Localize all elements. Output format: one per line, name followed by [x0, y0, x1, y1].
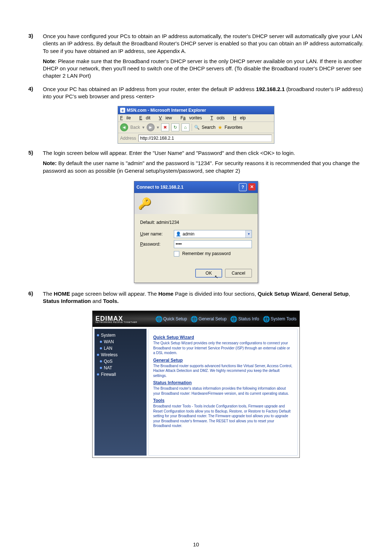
- bullet-icon: [100, 367, 102, 369]
- tools-text: Broadband router Tools - Tools include C…: [153, 404, 293, 428]
- status-info-heading[interactable]: Status Information: [153, 380, 293, 385]
- globe-icon: 🌐: [230, 316, 237, 323]
- username-label: User name:: [140, 231, 171, 237]
- bullet-icon: [100, 347, 102, 349]
- status-info-text: The Broadband router's status informatio…: [153, 386, 293, 396]
- step-4-text: Once your PC has obtained an IP address …: [43, 86, 364, 100]
- menu-tools[interactable]: Tools: [211, 115, 228, 120]
- tab-system-tools[interactable]: 🌐System Tools: [263, 316, 297, 323]
- tab-quick-setup[interactable]: 🌐Quick Setup: [155, 316, 187, 323]
- tools-heading[interactable]: Tools: [153, 398, 293, 403]
- cancel-button[interactable]: Cancel: [225, 269, 252, 278]
- step-3: 3) Once you have configured your PCs to …: [28, 33, 364, 83]
- ie-addressbar: Address http://192.168.2.1: [118, 133, 274, 143]
- realm-text: Default: admin/1234: [140, 220, 252, 225]
- bullet-icon: [97, 354, 99, 356]
- step-5-text: The login screen below will appear. Ente…: [43, 149, 364, 157]
- login-dialog-figure: Connect to 192.168.2.1 ? ✕ 🔑 Default: ad…: [28, 181, 364, 283]
- router-page: EDIMAX NETWORKING PEOPLE TOGETHER 🌐Quick…: [92, 311, 300, 458]
- chevron-down-icon[interactable]: ▾: [245, 230, 252, 238]
- bullet-icon: [97, 373, 99, 376]
- step-number: 3): [28, 33, 43, 83]
- tab-general-setup[interactable]: 🌐General Setup: [191, 316, 226, 323]
- router-tabs: 🌐Quick Setup 🌐General Setup 🌐Status Info…: [155, 316, 297, 323]
- general-setup-heading[interactable]: General Setup: [153, 358, 293, 363]
- back-icon[interactable]: ◄: [120, 123, 128, 131]
- globe-icon: 🌐: [263, 316, 270, 323]
- help-icon[interactable]: ?: [239, 183, 247, 191]
- dialog-titlebar: Connect to 192.168.2.1 ? ✕: [134, 181, 258, 193]
- remember-checkbox[interactable]: [174, 251, 179, 257]
- sidebar-item-qos[interactable]: QoS: [100, 358, 144, 365]
- stop-icon[interactable]: ✖: [161, 123, 169, 131]
- ie-menubar: File Edit View Favorites Tools Help: [118, 114, 274, 122]
- bullet-icon: [100, 341, 102, 343]
- username-input[interactable]: 👤 admin ▾: [174, 230, 252, 238]
- password-label: Password:: [140, 242, 171, 247]
- close-icon[interactable]: ✕: [248, 183, 256, 190]
- sidebar-item-system[interactable]: System: [97, 332, 144, 338]
- step-4: 4) Once your PC has obtained an IP addre…: [28, 86, 364, 103]
- page-number: 10: [0, 541, 392, 547]
- bullet-icon: [97, 334, 99, 336]
- back-label: Back: [130, 125, 140, 130]
- step-6-text: The HOME page screen below will appear. …: [43, 290, 364, 305]
- router-home-figure: EDIMAX NETWORKING PEOPLE TOGETHER 🌐Quick…: [28, 311, 364, 458]
- menu-help[interactable]: Help: [233, 115, 249, 120]
- step-6: 6) The HOME page screen below will appea…: [28, 290, 364, 308]
- home-icon[interactable]: ⌂: [181, 123, 189, 131]
- step-5-note: Note: By default the user name is "admin…: [43, 160, 364, 175]
- keys-icon: 🔑: [138, 197, 151, 210]
- address-input[interactable]: http://192.168.2.1: [138, 135, 272, 142]
- quick-setup-text: The Quick Setup Wizard provides only the…: [153, 341, 293, 356]
- ie-titlebar: e MSN.com - Microsoft Internet Explorer: [118, 106, 274, 114]
- sidebar-item-wan[interactable]: WAN: [100, 338, 144, 345]
- step-number: 4): [28, 86, 43, 103]
- globe-icon: 🌐: [191, 316, 198, 323]
- browser-bar-figure: e MSN.com - Microsoft Internet Explorer …: [28, 106, 364, 144]
- brand-tagline: NETWORKING PEOPLE TOGETHER: [95, 321, 137, 323]
- step-5: 5) The login screen below will appear. E…: [28, 149, 364, 177]
- general-setup-text: The Broadband router supports advanced f…: [153, 364, 293, 378]
- step-3-note: Note: Please make sure that the Broadban…: [43, 58, 364, 80]
- address-label: Address: [120, 136, 136, 141]
- bullet-icon: [100, 360, 102, 362]
- manual-page: 3) Once you have configured your PCs to …: [0, 0, 392, 554]
- remember-label: Remember my password: [182, 251, 230, 256]
- menu-favorites[interactable]: Favorites: [180, 115, 205, 120]
- forward-icon[interactable]: ►: [147, 123, 155, 131]
- password-input[interactable]: ••••: [174, 240, 252, 248]
- ie-app-icon: e: [120, 108, 125, 113]
- step-number: 5): [28, 149, 43, 177]
- tab-status-info[interactable]: 🌐Status Info: [230, 316, 259, 323]
- refresh-icon[interactable]: ↻: [171, 123, 179, 131]
- favorites-label: Favorites: [225, 125, 242, 130]
- user-icon: 👤: [176, 231, 181, 237]
- dialog-title-text: Connect to 192.168.2.1: [136, 185, 183, 190]
- search-icon[interactable]: 🔍: [194, 125, 200, 130]
- sidebar-item-firewall[interactable]: Firewall: [97, 371, 144, 378]
- router-header: EDIMAX NETWORKING PEOPLE TOGETHER 🌐Quick…: [93, 311, 299, 327]
- menu-view[interactable]: View: [159, 115, 176, 120]
- menu-file[interactable]: File: [120, 115, 134, 120]
- ok-button[interactable]: OK ↖: [195, 269, 222, 278]
- step-number: 6): [28, 290, 43, 308]
- quick-setup-heading[interactable]: Quick Setup Wizard: [153, 335, 293, 340]
- ie-window: e MSN.com - Microsoft Internet Explorer …: [118, 106, 274, 144]
- sidebar-item-nat[interactable]: NAT: [100, 365, 144, 371]
- ie-title-text: MSN.com - Microsoft Internet Explorer: [127, 108, 206, 113]
- cursor-icon: ↖: [215, 274, 218, 279]
- menu-edit[interactable]: Edit: [139, 115, 154, 120]
- favorites-icon[interactable]: ★: [218, 124, 222, 130]
- sidebar-item-wireless[interactable]: Wireless: [97, 352, 144, 358]
- router-main: Quick Setup Wizard The Quick Setup Wizar…: [148, 329, 298, 456]
- sidebar-item-lan[interactable]: LAN: [100, 345, 144, 352]
- login-dialog: Connect to 192.168.2.1 ? ✕ 🔑 Default: ad…: [134, 181, 258, 283]
- dialog-banner: 🔑: [134, 193, 258, 214]
- ie-toolbar: ◄ Back ▾ ► ▾ ✖ ↻ ⌂ 🔍 Search ★ Favorites: [118, 122, 274, 133]
- router-sidebar: System WAN LAN Wireless QoS NAT Firewall: [94, 329, 147, 456]
- search-label: Search: [202, 125, 216, 130]
- step-3-text: Once you have configured your PCs to obt…: [43, 33, 364, 55]
- globe-icon: 🌐: [155, 316, 163, 323]
